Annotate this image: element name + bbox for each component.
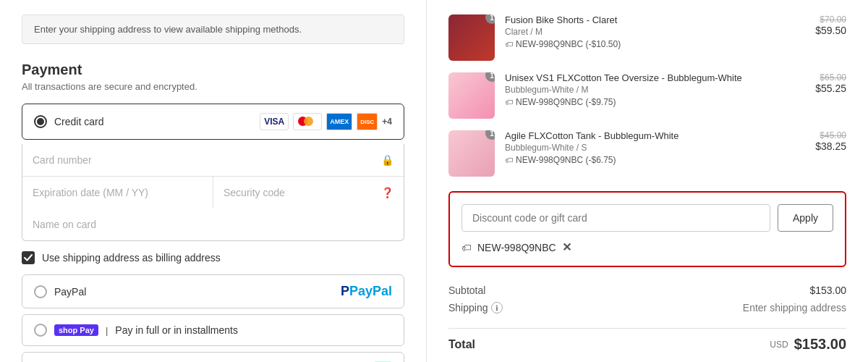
product-discount: 🏷 NEW-998Q9NBC (-$6.75)	[505, 155, 805, 165]
name-row[interactable]	[22, 209, 404, 240]
shipping-row: Shipping ℹ Enter shipping address	[448, 299, 846, 316]
applied-code-row: 🏷 NEW-998Q9NBC ✕	[461, 240, 833, 254]
remove-code-button[interactable]: ✕	[562, 240, 571, 254]
applied-tag-icon: 🏷	[461, 242, 472, 253]
list-item: 1 Unisex VS1 FLXCotton Tee Oversize - Bu…	[448, 72, 846, 119]
paypal-label: PayPal	[54, 286, 86, 298]
applied-code-text: NEW-998Q9NBC	[477, 242, 556, 253]
product-quantity-badge: 1	[485, 72, 495, 82]
product-prices: $45.00 $38.25	[815, 130, 846, 152]
discount-input-row: Apply	[461, 204, 833, 232]
expiry-input[interactable]	[22, 177, 213, 209]
card-number-input[interactable]	[22, 144, 404, 176]
sale-price: $55.25	[815, 83, 846, 94]
name-input[interactable]	[22, 209, 404, 240]
total-right: USD $153.00	[770, 336, 846, 353]
credit-card-label: Credit card	[54, 116, 103, 127]
original-price: $70.00	[815, 14, 846, 25]
product-variant: Bubblegum-White / M	[505, 85, 805, 95]
apply-button[interactable]: Apply	[778, 204, 833, 232]
original-price: $45.00	[815, 130, 846, 140]
amex-icon: AMEX	[326, 113, 352, 130]
shipping-info-icon[interactable]: ℹ	[491, 302, 503, 313]
payment-title: Payment	[22, 62, 404, 78]
expiry-row[interactable]	[22, 177, 213, 209]
card-number-row[interactable]: 🔒	[22, 144, 404, 177]
list-item: 1 Agile FLXCotton Tank - Bubblegum-White…	[448, 130, 846, 177]
product-info: Fusion Bike Shorts - Claret Claret / M 🏷…	[505, 14, 805, 49]
total-currency: USD	[770, 340, 788, 350]
product-name: Unisex VS1 FLXCotton Tee Oversize - Bubb…	[505, 72, 805, 83]
visa-icon: VISA	[260, 113, 289, 130]
total-label: Total	[448, 338, 475, 351]
total-row: Total USD $153.00	[448, 328, 846, 360]
shipping-value: Enter shipping address	[743, 302, 846, 313]
product-discount: 🏷 NEW-998Q9NBC (-$9.75)	[505, 97, 805, 107]
product-thumbnail: 1	[448, 130, 495, 177]
product-variant: Claret / M	[505, 27, 805, 37]
shop-badge: shop Pay	[54, 324, 98, 336]
discover-icon: DISC	[357, 113, 378, 130]
more-cards-icon: +4	[382, 117, 392, 127]
product-thumbnail: 1	[448, 72, 495, 119]
afterpay-option[interactable]: Afterpay ↻	[22, 352, 404, 362]
product-name: Agile FLXCotton Tank - Bubblegum-White	[505, 130, 805, 141]
subtotal-label: Subtotal	[448, 285, 485, 296]
shop-pay-label: Pay in full or in installments	[115, 324, 238, 336]
card-bottom-row: ❓	[22, 177, 404, 209]
mastercard-icon	[293, 113, 322, 130]
payment-subtitle: All transactions are secure and encrypte…	[22, 81, 404, 92]
discount-section: Apply 🏷 NEW-998Q9NBC ✕	[448, 191, 846, 267]
billing-checkbox-row[interactable]: Use shipping address as billing address	[22, 241, 404, 274]
billing-checkbox[interactable]	[22, 251, 35, 264]
product-name: Fusion Bike Shorts - Claret	[505, 14, 805, 25]
product-thumbnail: 1	[448, 14, 495, 61]
sale-price: $38.25	[815, 140, 846, 152]
product-quantity-badge: 1	[485, 14, 495, 24]
sale-price: $59.50	[815, 25, 846, 36]
lock-icon: 🔒	[381, 154, 393, 166]
shop-pay-option[interactable]: shop Pay | Pay in full or in installment…	[22, 314, 404, 346]
product-quantity-badge: 1	[485, 130, 495, 140]
card-fields: 🔒 ❓	[22, 144, 404, 241]
subtotal-row: Subtotal $153.00	[448, 282, 846, 299]
discount-code-input[interactable]	[461, 204, 770, 232]
product-prices: $70.00 $59.50	[815, 14, 846, 36]
billing-label: Use shipping address as billing address	[42, 252, 221, 264]
subtotal-value: $153.00	[809, 285, 846, 296]
tag-icon: 🏷	[505, 156, 513, 164]
product-info: Unisex VS1 FLXCotton Tee Oversize - Bubb…	[505, 72, 805, 107]
paypal-radio[interactable]	[34, 285, 47, 298]
credit-card-radio[interactable]	[34, 115, 47, 128]
help-icon: ❓	[381, 187, 393, 198]
shipping-notice: Enter your shipping address to view avai…	[22, 14, 404, 44]
security-row[interactable]: ❓	[213, 177, 404, 209]
product-variant: Bubblegum-White / S	[505, 143, 805, 153]
shipping-label: Shipping ℹ	[448, 302, 503, 313]
shop-pay-radio[interactable]	[34, 324, 47, 337]
card-icons: VISA AMEX DISC +4	[260, 113, 392, 130]
product-list: 1 Fusion Bike Shorts - Claret Claret / M…	[448, 14, 846, 177]
tag-icon: 🏷	[505, 98, 513, 106]
tag-icon: 🏷	[505, 40, 513, 49]
left-panel: Enter your shipping address to view avai…	[0, 0, 427, 362]
list-item: 1 Fusion Bike Shorts - Claret Claret / M…	[448, 14, 846, 61]
total-amount: $153.00	[794, 336, 846, 353]
product-info: Agile FLXCotton Tank - Bubblegum-White B…	[505, 130, 805, 165]
order-summary: Subtotal $153.00 Shipping ℹ Enter shippi…	[448, 282, 846, 316]
product-prices: $65.00 $55.25	[815, 72, 846, 94]
original-price: $65.00	[815, 72, 846, 83]
paypal-logo: PPayPal	[341, 284, 392, 299]
paypal-option[interactable]: PayPal PPayPal	[22, 274, 404, 308]
product-discount: 🏷 NEW-998Q9NBC (-$10.50)	[505, 39, 805, 49]
right-panel: 1 Fusion Bike Shorts - Claret Claret / M…	[427, 0, 868, 362]
security-input[interactable]	[213, 177, 404, 209]
credit-card-option[interactable]: Credit card VISA AMEX DISC +4	[22, 104, 404, 140]
